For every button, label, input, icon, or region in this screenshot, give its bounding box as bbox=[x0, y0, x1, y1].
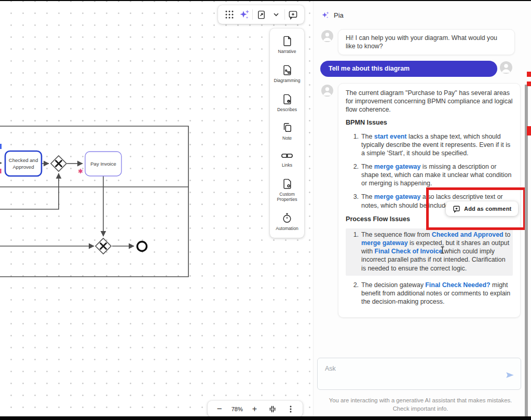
issue-number: 3. bbox=[346, 193, 361, 209]
issue-text: The merge gateway is missing a descripti… bbox=[361, 162, 513, 187]
zoom-bar: − 78% + bbox=[208, 401, 303, 417]
diagram-element-link[interactable]: Checked and Approved bbox=[432, 231, 503, 238]
diagram-element-link[interactable]: Final Check Needed? bbox=[425, 281, 490, 289]
sidebar-item-note[interactable]: Note bbox=[272, 122, 302, 141]
diagram-canvas[interactable]: Checked and Approved Pay Invoice bbox=[0, 0, 313, 420]
chevron-down-icon[interactable] bbox=[269, 8, 283, 21]
add-as-comment-label: Add as comment bbox=[464, 206, 511, 212]
ai-sparkles-icon bbox=[321, 10, 330, 20]
sidebar-item-diagramming[interactable]: Diagramming bbox=[272, 64, 302, 84]
fit-to-screen-icon[interactable] bbox=[266, 403, 279, 415]
analysis-intro: The current diagram "Purchase to Pay" ha… bbox=[346, 89, 513, 114]
sidebar-item-describes[interactable]: Describes bbox=[272, 93, 302, 113]
top-toolbar bbox=[218, 5, 304, 24]
sidebar-item-narrative[interactable]: Narrative bbox=[272, 35, 302, 55]
sidebar-item-automation[interactable]: Automation bbox=[272, 212, 302, 232]
diagram-element-link[interactable]: Final Check of Invoice bbox=[374, 248, 442, 255]
issue-item: 2.The decision gateway Final Check Neede… bbox=[346, 281, 513, 306]
sidebar-item-label: Narrative bbox=[278, 49, 296, 55]
issue-text-segment: The bbox=[361, 193, 374, 200]
issue-text-segment: The bbox=[361, 163, 374, 170]
document-icon bbox=[282, 35, 292, 47]
task-pay-invoice[interactable]: Pay Invoice bbox=[85, 152, 121, 176]
send-icon[interactable] bbox=[506, 371, 514, 379]
issue-number: 2. bbox=[346, 281, 361, 306]
issue-number: 2. bbox=[346, 162, 361, 187]
disclaimer-line-1: You are interacting with a generative AI… bbox=[317, 397, 524, 405]
sidebar-item-label: Automation bbox=[276, 226, 298, 232]
grid-dots-icon[interactable] bbox=[223, 8, 236, 21]
assistant-analysis-message: The current diagram "Purchase to Pay" ha… bbox=[338, 83, 521, 318]
issue-item: 2.The merge gateway is missing a descrip… bbox=[346, 162, 513, 187]
letterbox-bottom bbox=[0, 416, 531, 420]
comment-plus-icon[interactable] bbox=[286, 8, 299, 21]
sidebar-item-custom-properties[interactable]: Custom Properties bbox=[272, 178, 302, 202]
ask-input-box bbox=[317, 358, 521, 390]
offscreen-blue-fragment bbox=[0, 144, 2, 149]
issue-number: 1. bbox=[346, 132, 361, 157]
assistant-name: Pia bbox=[334, 11, 344, 19]
issue-text-segment: The bbox=[361, 133, 374, 140]
ai-sparkles-icon[interactable] bbox=[238, 8, 251, 21]
copy-pages-icon bbox=[282, 122, 292, 133]
issue-text: The decision gateway Final Check Needed?… bbox=[361, 281, 513, 306]
section-heading: Process Flow Issues bbox=[346, 215, 513, 223]
document-gear-icon bbox=[282, 178, 292, 189]
zoom-in-button[interactable]: + bbox=[249, 403, 261, 415]
toolbar-divider bbox=[284, 9, 285, 20]
issue-text-segment: The sequence flow from bbox=[361, 231, 432, 238]
issue-item: 1.The start event lacks a shape text, wh… bbox=[346, 132, 513, 157]
zoom-level[interactable]: 78% bbox=[232, 406, 243, 412]
section-heading: BPMN Issues bbox=[346, 118, 513, 127]
bpmn-diagram: Checked and Approved Pay Invoice bbox=[0, 0, 313, 420]
comment-plus-icon bbox=[453, 205, 460, 213]
sidebar-item-label: Custom Properties bbox=[272, 192, 302, 202]
more-options-icon[interactable] bbox=[284, 403, 297, 415]
sidebar-item-links[interactable]: Links bbox=[272, 151, 302, 168]
diagram-element-link[interactable]: start event bbox=[374, 133, 407, 140]
task-checked-and-approved[interactable]: Checked and Approved bbox=[5, 151, 42, 176]
zoom-out-button[interactable]: − bbox=[213, 403, 226, 415]
edge-annotation-mark bbox=[527, 82, 531, 86]
user-message: Tell me about this diagram bbox=[320, 61, 497, 77]
svg-text:Checked and: Checked and bbox=[9, 157, 38, 163]
ask-input[interactable] bbox=[318, 358, 521, 389]
document-export-icon[interactable] bbox=[254, 8, 268, 21]
diagram-element-link[interactable]: merge gateway bbox=[374, 163, 421, 170]
issue-item: 1.The sequence flow from Checked and App… bbox=[346, 228, 513, 276]
assistant-message: Hi! I can help you with your diagram. Wh… bbox=[338, 29, 515, 55]
toolbar-divider bbox=[252, 9, 253, 20]
sidebar-item-label: Diagramming bbox=[274, 78, 300, 84]
document-info-icon bbox=[282, 93, 292, 105]
svg-text:Approved: Approved bbox=[12, 164, 34, 170]
app-screen: Checked and Approved Pay Invoice bbox=[0, 0, 531, 420]
edge-annotation-mark bbox=[527, 126, 531, 136]
chat-header: Pia bbox=[321, 10, 344, 20]
assistant-avatar bbox=[321, 85, 333, 97]
sidebar-item-label: Describes bbox=[277, 107, 297, 113]
exclusive-gateway-2[interactable] bbox=[96, 238, 111, 254]
sidebar-item-label: Note bbox=[282, 136, 292, 141]
document-flowchart-icon bbox=[282, 64, 292, 76]
edge-annotation-mark bbox=[527, 72, 531, 77]
process-frame[interactable] bbox=[0, 126, 188, 277]
flow-up-into-gateway[interactable] bbox=[0, 173, 59, 209]
validation-marker-icon: ✱ bbox=[78, 168, 83, 175]
chain-link-icon bbox=[281, 151, 293, 160]
ai-chat-panel: Pia Hi! I can help you with your diagram… bbox=[313, 0, 531, 420]
issue-text: The start event lacks a shape text, whic… bbox=[361, 132, 513, 157]
assistant-avatar bbox=[321, 30, 333, 42]
issue-text-segment: The decision gateway bbox=[361, 281, 425, 289]
diagram-element-link[interactable]: merge gateway bbox=[361, 239, 408, 247]
letterbox-top bbox=[0, 0, 531, 1]
end-event[interactable] bbox=[138, 242, 147, 251]
add-as-comment-button[interactable]: Add as comment bbox=[446, 201, 518, 216]
issue-text-segment: to bbox=[503, 231, 511, 238]
side-toolbar: Narrative Diagramming Des bbox=[270, 29, 304, 238]
user-message-text: Tell me about this diagram bbox=[329, 64, 410, 73]
exclusive-gateway-1[interactable] bbox=[51, 156, 66, 171]
issue-number: 1. bbox=[346, 231, 361, 273]
disclaimer-line-2: Check important info. bbox=[317, 405, 524, 413]
diagram-element-link[interactable]: merge gateway bbox=[374, 193, 421, 200]
offscreen-pink-fragment bbox=[0, 169, 2, 173]
